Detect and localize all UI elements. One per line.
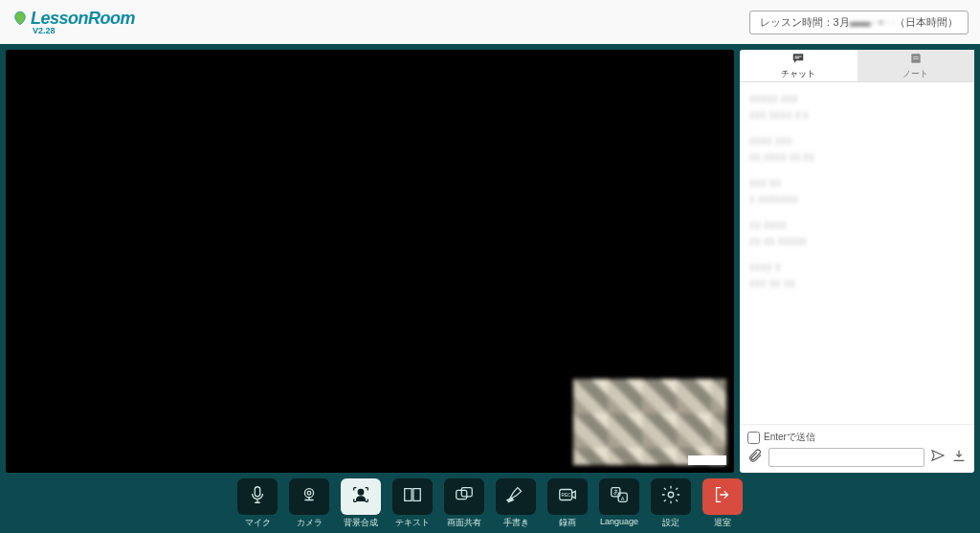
svg-point-7 xyxy=(358,490,364,496)
svg-point-6 xyxy=(307,491,311,495)
enter-checkbox-label: Enterで送信 xyxy=(764,431,815,444)
side-panel: チャット ノート ▮▮▮▮▮ ▮▮▮▮▮▮ ▮▮▮▮ ▮ ▮ ▮▮▮▮ ▮▮▮▮… xyxy=(740,50,974,473)
svg-rect-2 xyxy=(913,56,919,57)
svg-point-5 xyxy=(304,489,313,498)
mic-button[interactable]: マイク xyxy=(234,478,280,529)
person-icon xyxy=(350,484,371,509)
attach-icon[interactable] xyxy=(747,448,763,467)
exit-button[interactable]: 退室 xyxy=(700,478,746,529)
language-label: Language xyxy=(600,517,638,526)
lesson-time-blur: ▬▬ · ▪ · · xyxy=(850,16,895,28)
record-button[interactable]: REC 録画 xyxy=(545,478,590,529)
send-icon[interactable] xyxy=(930,448,946,467)
tab-bar: チャット ノート xyxy=(740,50,974,82)
svg-rect-1 xyxy=(795,57,800,58)
logo-text: LessonRoom xyxy=(31,10,135,27)
tab-note[interactable]: ノート xyxy=(858,50,975,82)
lesson-time-prefix: レッスン時間：3月 xyxy=(760,16,850,28)
exit-icon xyxy=(712,484,733,509)
version-text: V2.28 xyxy=(33,27,135,35)
svg-point-16 xyxy=(668,492,674,498)
svg-text:あ: あ xyxy=(613,489,619,496)
chat-icon xyxy=(791,52,806,67)
text-button[interactable]: テキスト xyxy=(390,478,435,529)
camera-icon xyxy=(299,484,320,509)
chat-log[interactable]: ▮▮▮▮▮ ▮▮▮▮▮▮ ▮▮▮▮ ▮ ▮ ▮▮▮▮ ▮▮▮▮▮ ▮▮▮▮ ▮▮… xyxy=(740,82,974,424)
header: LessonRoom V2.28 レッスン時間：3月▬▬ · ▪ · ·（日本時… xyxy=(0,0,980,44)
enter-checkbox-input[interactable] xyxy=(747,432,760,444)
settings-button[interactable]: 設定 xyxy=(648,478,694,529)
svg-rect-4 xyxy=(255,487,260,497)
pen-icon xyxy=(505,484,526,509)
logo: LessonRoom V2.28 xyxy=(11,10,135,35)
text-label: テキスト xyxy=(395,517,430,529)
screens-icon xyxy=(454,484,475,509)
settings-label: 設定 xyxy=(662,517,679,529)
tab-chat-label: チャット xyxy=(781,68,815,80)
svg-rect-0 xyxy=(795,56,802,56)
chat-input[interactable] xyxy=(768,448,924,467)
svg-text:A: A xyxy=(621,496,625,501)
exit-label: 退室 xyxy=(714,517,731,529)
background-button[interactable]: 背景合成 xyxy=(338,478,384,529)
main-video[interactable] xyxy=(6,50,734,473)
self-video-pip[interactable] xyxy=(573,379,726,465)
book-icon xyxy=(402,484,423,509)
rec-icon: REC xyxy=(557,484,578,509)
background-label: 背景合成 xyxy=(344,517,378,529)
mic-label: マイク xyxy=(245,517,271,529)
pip-label xyxy=(688,455,726,465)
svg-text:REC: REC xyxy=(562,493,571,498)
logo-icon xyxy=(11,10,29,27)
camera-label: カメラ xyxy=(297,517,323,529)
mic-icon xyxy=(247,484,268,509)
note-icon xyxy=(908,52,924,67)
language-button[interactable]: あA Language xyxy=(596,478,642,529)
toolbar: マイク カメラ 背景合成 テキスト 画面共有 手書き REC 録画 あA Lan… xyxy=(0,473,980,533)
tab-chat[interactable]: チャット xyxy=(740,50,858,82)
main: チャット ノート ▮▮▮▮▮ ▮▮▮▮▮▮ ▮▮▮▮ ▮ ▮ ▮▮▮▮ ▮▮▮▮… xyxy=(0,44,980,473)
language-icon: あA xyxy=(609,484,630,509)
screenshare-label: 画面共有 xyxy=(447,517,481,529)
lesson-time-suffix: （日本時間） xyxy=(895,16,958,28)
camera-button[interactable]: カメラ xyxy=(286,478,332,529)
screenshare-button[interactable]: 画面共有 xyxy=(441,478,487,529)
send-area: Enterで送信 xyxy=(740,424,974,473)
lesson-time-badge: レッスン時間：3月▬▬ · ▪ · ·（日本時間） xyxy=(749,11,969,34)
download-icon[interactable] xyxy=(951,448,967,467)
svg-rect-3 xyxy=(913,58,919,59)
gear-icon xyxy=(660,484,681,509)
record-label: 録画 xyxy=(559,517,576,529)
tab-note-label: ノート xyxy=(902,68,928,80)
enter-to-send-checkbox[interactable]: Enterで送信 xyxy=(747,431,967,444)
handwriting-label: 手書き xyxy=(503,517,529,529)
handwriting-button[interactable]: 手書き xyxy=(493,478,539,529)
